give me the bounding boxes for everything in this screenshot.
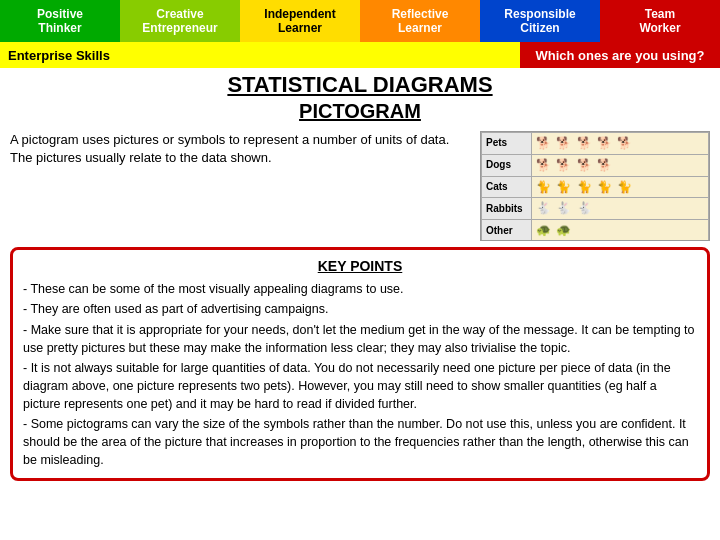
key-point-item: - These can be some of the most visually… — [23, 280, 697, 298]
sub-title: PICTOGRAM — [0, 100, 720, 127]
second-row: Enterprise Skills Which ones are you usi… — [0, 42, 720, 68]
tab-positive-thinker[interactable]: Positive Thinker — [0, 0, 120, 42]
tab-reflective-learner[interactable]: Reflective Learner — [360, 0, 480, 42]
tab-creative-entrepreneur[interactable]: Creative Entrepreneur — [120, 0, 240, 42]
pictogram-section: A pictogram uses pictures or symbols to … — [10, 131, 710, 241]
pictogram-description: A pictogram uses pictures or symbols to … — [10, 131, 470, 167]
which-ones-label: Which ones are you using? — [520, 42, 720, 68]
key-point-item: - It is not always suitable for large qu… — [23, 359, 697, 413]
key-points-box: KEY POINTS - These can be some of the mo… — [10, 247, 710, 481]
key-point-item: - They are often used as part of adverti… — [23, 300, 697, 318]
main-title: STATISTICAL DIAGRAMS — [0, 68, 720, 100]
top-navigation: Positive Thinker Creative Entrepreneur I… — [0, 0, 720, 42]
tab-independent-learner[interactable]: Independent Learner — [240, 0, 360, 42]
tab-responsible-citizen[interactable]: Responsible Citizen — [480, 0, 600, 42]
key-point-item: - Some pictograms can vary the size of t… — [23, 415, 697, 469]
key-point-item: - Make sure that it is appropriate for y… — [23, 321, 697, 357]
pictogram-image: Pets 🐕 🐕 🐕 🐕 🐕 Dogs 🐕 🐕 🐕 🐕 Cats 🐈 🐈 🐈 🐈… — [480, 131, 710, 241]
content-area: A pictogram uses pictures or symbols to … — [0, 127, 720, 485]
tab-team-worker[interactable]: Team Worker — [600, 0, 720, 42]
key-points-content: - These can be some of the most visually… — [23, 280, 697, 469]
key-points-title: KEY POINTS — [23, 256, 697, 276]
enterprise-skills-label: Enterprise Skills — [0, 42, 520, 68]
